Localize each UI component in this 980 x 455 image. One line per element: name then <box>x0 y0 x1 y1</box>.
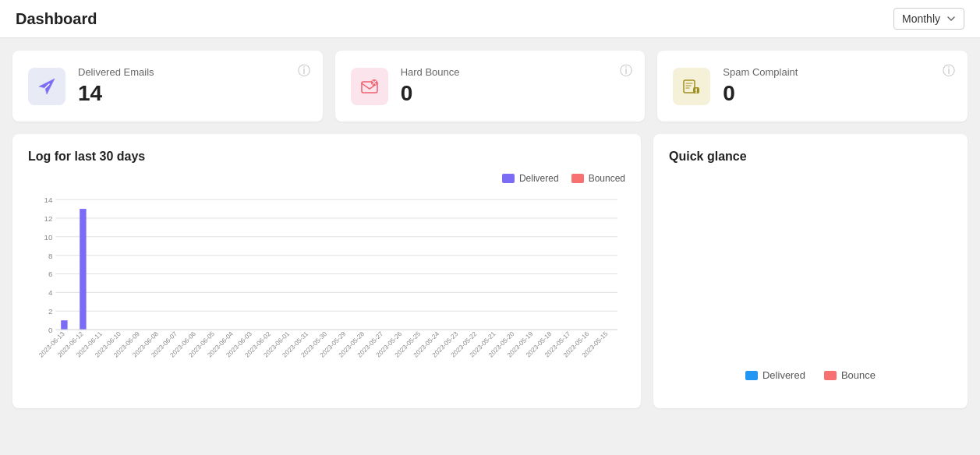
paper-plane-icon <box>37 76 57 97</box>
legend-bounced-label: Bounced <box>589 173 625 184</box>
legend-bounced: Bounced <box>571 173 625 184</box>
chevron-down-icon <box>946 14 956 23</box>
period-label: Monthly <box>902 12 940 25</box>
svg-text:12: 12 <box>44 214 53 223</box>
spam-complaint-icon-bg <box>673 68 710 105</box>
donut-legend-delivered: Delivered <box>745 369 805 381</box>
svg-rect-22 <box>80 209 86 330</box>
delivered-emails-card: Delivered Emails 14 ⓘ <box>12 51 323 122</box>
delivered-emails-info-icon: ⓘ <box>298 63 310 79</box>
svg-text:0: 0 <box>808 241 814 253</box>
spam-complaint-label: Spam Complaint <box>723 66 952 78</box>
bounce-mail-icon <box>359 76 380 97</box>
svg-rect-20 <box>61 320 67 330</box>
spam-complaint-info-icon: ⓘ <box>943 63 955 79</box>
period-selector[interactable]: Monthly <box>893 8 964 30</box>
delivered-emails-label: Delivered Emails <box>78 66 307 78</box>
svg-rect-2 <box>684 80 695 93</box>
donut-legend-delivered-dot <box>745 371 758 380</box>
donut-legend-bounce-label: Bounce <box>841 369 876 381</box>
legend-delivered-dot <box>502 174 515 183</box>
donut-chart-svg: 014 <box>725 181 897 352</box>
svg-text:0: 0 <box>48 326 53 334</box>
legend-delivered: Delivered <box>502 173 559 184</box>
donut-container: 014 <box>725 181 897 352</box>
hard-bounce-label: Hard Bounce <box>401 66 630 78</box>
quick-glance-title: Quick glance <box>669 150 747 164</box>
donut-legend: Delivered Bounce <box>745 369 876 381</box>
quick-glance-card: Quick glance 014 Delivered Bounce <box>653 134 968 408</box>
delivered-emails-info: Delivered Emails 14 <box>78 66 307 106</box>
svg-text:8: 8 <box>48 252 53 260</box>
bar-chart-area: 024681012142023-06-132023-06-122023-06-1… <box>28 190 625 393</box>
hard-bounce-info: Hard Bounce 0 <box>401 66 630 106</box>
log-chart-title: Log for last 30 days <box>28 150 625 164</box>
spam-complaint-value: 0 <box>723 81 952 106</box>
main-content: Delivered Emails 14 ⓘ Hard Bounce 0 ⓘ <box>0 38 980 421</box>
stats-row: Delivered Emails 14 ⓘ Hard Bounce 0 ⓘ <box>12 51 968 122</box>
svg-text:4: 4 <box>48 288 53 297</box>
donut-legend-delivered-label: Delivered <box>762 369 805 381</box>
delivered-emails-value: 14 <box>78 81 307 106</box>
page-title: Dashboard <box>16 10 97 28</box>
bottom-row: Log for last 30 days Delivered Bounced 0… <box>12 134 968 408</box>
hard-bounce-info-icon: ⓘ <box>620 63 632 79</box>
chart-legend: Delivered Bounced <box>28 173 625 184</box>
donut-legend-bounce-dot <box>824 371 837 380</box>
spam-mail-icon <box>681 76 702 97</box>
spam-complaint-info: Spam Complaint 0 <box>723 66 952 106</box>
legend-bounced-dot <box>571 174 584 183</box>
legend-delivered-label: Delivered <box>519 173 559 184</box>
delivered-emails-icon-bg <box>28 68 65 105</box>
svg-text:2: 2 <box>48 307 52 316</box>
svg-text:10: 10 <box>44 233 53 242</box>
hard-bounce-card: Hard Bounce 0 ⓘ <box>335 51 646 122</box>
svg-text:14: 14 <box>44 196 53 204</box>
bar-chart-svg: 024681012142023-06-132023-06-122023-06-1… <box>28 190 625 393</box>
log-chart-card: Log for last 30 days Delivered Bounced 0… <box>12 134 641 408</box>
donut-legend-bounce: Bounce <box>824 369 876 381</box>
spam-complaint-card: Spam Complaint 0 ⓘ <box>657 51 968 122</box>
hard-bounce-value: 0 <box>401 81 630 106</box>
header: Dashboard Monthly <box>0 0 980 38</box>
hard-bounce-icon-bg <box>351 68 388 105</box>
svg-text:6: 6 <box>48 270 53 278</box>
svg-text:14: 14 <box>805 295 817 308</box>
